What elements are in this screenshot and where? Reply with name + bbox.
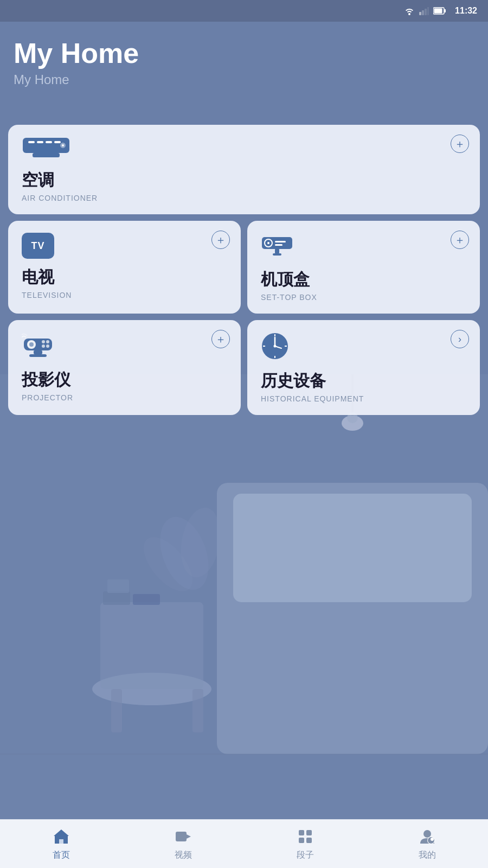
- svg-point-42: [42, 340, 45, 343]
- historical-icon: [261, 332, 466, 362]
- svg-point-43: [46, 340, 49, 343]
- cards-section: 空调 AIR CONDITIONER ＋ TV 电视 TELEVISION ＋: [8, 125, 480, 422]
- segment-icon: [296, 827, 315, 846]
- nav-item-video[interactable]: 视频: [122, 827, 244, 861]
- svg-rect-61: [299, 838, 304, 843]
- header: My Home My Home: [0, 22, 488, 98]
- page-subtitle: My Home: [14, 72, 474, 87]
- projector-icon: [22, 332, 227, 361]
- ac-label: AIR CONDITIONER: [22, 194, 466, 202]
- svg-point-31: [62, 144, 64, 146]
- video-icon: [174, 827, 193, 846]
- my-nav-icon: [418, 827, 436, 846]
- svg-rect-4: [100, 602, 203, 689]
- page-title: My Home: [14, 38, 474, 69]
- ac-svg-icon: [22, 137, 70, 159]
- historical-name: 历史设备: [261, 370, 466, 392]
- status-bar: 11:32: [0, 0, 488, 22]
- svg-rect-36: [275, 244, 282, 246]
- svg-rect-5: [103, 591, 130, 605]
- svg-rect-28: [54, 141, 61, 143]
- projector-label: PROJECTOR: [22, 393, 227, 402]
- svg-rect-29: [33, 153, 60, 157]
- nav-my-label: 我的: [419, 850, 436, 861]
- video-nav-icon: [174, 827, 192, 846]
- svg-marker-58: [187, 834, 191, 839]
- svg-rect-60: [306, 830, 312, 835]
- stb-icon: [261, 233, 466, 261]
- svg-rect-47: [29, 354, 47, 357]
- ac-icon: [22, 137, 466, 162]
- svg-rect-23: [444, 9, 446, 12]
- card-row-2: 投影仪 PROJECTOR ＋ 历史设备: [8, 320, 480, 415]
- svg-rect-19: [425, 9, 427, 15]
- tv-add-button[interactable]: ＋: [211, 231, 230, 249]
- svg-rect-57: [176, 832, 187, 841]
- historical-label: HISTORICAL EQUIPMENT: [261, 394, 466, 403]
- battery-icon: [433, 7, 446, 15]
- card-row-1: TV 电视 TELEVISION ＋ 机顶盒 SET-TOP BOX: [8, 221, 480, 314]
- clock-svg-icon: [261, 332, 289, 360]
- nav-item-segment[interactable]: 段子: [244, 827, 366, 861]
- svg-point-63: [423, 830, 431, 838]
- stb-svg-icon: [261, 233, 293, 259]
- segment-nav-icon: [296, 827, 314, 846]
- nav-home-label: 首页: [53, 850, 70, 861]
- historical-arrow-button[interactable]: ›: [451, 330, 469, 348]
- svg-point-66: [431, 838, 434, 841]
- svg-rect-8: [111, 689, 122, 732]
- svg-rect-59: [299, 830, 304, 835]
- ac-name: 空调: [22, 169, 466, 192]
- card-television[interactable]: TV 电视 TELEVISION ＋: [8, 221, 241, 314]
- status-time: 11:32: [455, 6, 477, 16]
- svg-rect-6: [133, 594, 160, 605]
- svg-rect-46: [34, 350, 42, 354]
- svg-rect-7: [107, 579, 129, 593]
- svg-rect-27: [46, 141, 52, 143]
- status-icons: 11:32: [404, 6, 477, 16]
- tv-name: 电视: [22, 266, 227, 289]
- home-nav-icon: [52, 827, 70, 846]
- projector-name: 投影仪: [22, 369, 227, 391]
- svg-rect-38: [273, 253, 281, 256]
- nav-item-my[interactable]: 我的: [366, 827, 488, 861]
- stb-label: SET-TOP BOX: [261, 293, 466, 302]
- nav-item-home[interactable]: 首页: [0, 827, 122, 861]
- svg-point-41: [29, 342, 34, 347]
- svg-rect-25: [28, 141, 35, 143]
- svg-rect-56: [59, 839, 63, 844]
- my-icon: [418, 827, 437, 846]
- projector-add-button[interactable]: ＋: [211, 330, 230, 348]
- tv-label: TELEVISION: [22, 291, 227, 299]
- svg-rect-62: [306, 838, 312, 843]
- svg-point-45: [46, 344, 49, 348]
- svg-rect-2: [233, 494, 472, 602]
- card-projector[interactable]: 投影仪 PROJECTOR ＋: [8, 320, 241, 415]
- ac-add-button[interactable]: ＋: [451, 135, 469, 153]
- svg-rect-26: [37, 141, 43, 143]
- stb-name: 机顶盒: [261, 269, 466, 291]
- svg-rect-20: [427, 7, 429, 15]
- projector-svg-icon: [22, 332, 54, 359]
- svg-rect-18: [422, 10, 424, 15]
- svg-rect-35: [275, 241, 286, 242]
- signal-icon: [419, 7, 429, 15]
- nav-segment-label: 段子: [297, 850, 314, 861]
- svg-rect-9: [192, 689, 203, 732]
- card-set-top-box[interactable]: 机顶盒 SET-TOP BOX ＋: [247, 221, 480, 314]
- svg-point-34: [267, 242, 269, 244]
- card-historical[interactable]: 历史设备 HISTORICAL EQUIPMENT ›: [247, 320, 480, 415]
- svg-rect-32: [262, 237, 292, 249]
- nav-video-label: 视频: [175, 850, 192, 861]
- svg-rect-37: [275, 249, 279, 253]
- bottom-nav: 首页 视频 段子: [0, 819, 488, 868]
- svg-rect-17: [419, 12, 421, 15]
- tv-svg-icon: TV: [22, 233, 54, 259]
- home-icon: [52, 827, 71, 846]
- svg-point-44: [42, 344, 45, 348]
- tv-icon: TV: [22, 233, 227, 259]
- stb-add-button[interactable]: ＋: [451, 231, 469, 249]
- wifi-icon: [404, 7, 415, 15]
- card-air-conditioner[interactable]: 空调 AIR CONDITIONER ＋: [8, 125, 480, 214]
- svg-rect-22: [434, 9, 442, 14]
